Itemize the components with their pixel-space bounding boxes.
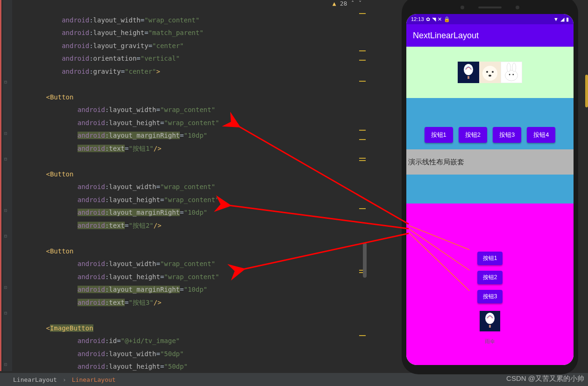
svg-point-4 (492, 71, 494, 73)
button-row: 按钮1 按钮2 按钮3 按钮4 (406, 98, 574, 149)
vbutton-1[interactable]: 按钮1 (477, 252, 503, 265)
prev-highlight-icon[interactable]: ˆ (351, 0, 354, 7)
svg-rect-1 (468, 76, 469, 79)
fold-icon[interactable]: ⊡ (4, 285, 11, 291)
rabbit-image (501, 62, 522, 83)
image-button[interactable] (480, 311, 500, 331)
breadcrumb-bar: LinearLayout › LinearLayout (0, 373, 588, 386)
button-4[interactable]: 按钮4 (527, 127, 555, 143)
error-stripe[interactable] (357, 8, 367, 368)
button-1[interactable]: 按钮1 (425, 127, 453, 143)
wifi-icon: ◥ (432, 16, 436, 22)
fold-icon[interactable]: ⊡ (4, 362, 11, 368)
image-row (406, 47, 574, 98)
fold-icon[interactable]: ⊟ (4, 156, 11, 163)
wifi-icon: ▼ (553, 16, 559, 22)
balloon-image (458, 62, 479, 83)
gear-icon: ✿ (426, 16, 430, 22)
next-highlight-icon[interactable]: ˇ (358, 0, 362, 7)
watermark: CSDN @又苦又累的小帅 (506, 374, 584, 383)
page-scroll-indicator[interactable] (585, 75, 588, 107)
gutter: ⊟ ⊡ ⊟ ⊡ ⊟ ⊡ ⊟ ⊡ (3, 0, 12, 371)
chevron-right-icon: › (63, 376, 66, 383)
battery-icon: ▮ (566, 16, 569, 22)
dog-image (479, 62, 501, 83)
svg-point-9 (509, 74, 510, 75)
image-caption: 雨伞 (485, 338, 495, 345)
code-editor[interactable]: ⊟ ⊡ ⊟ ⊡ ⊟ ⊡ ⊟ ⊡ ▲ 28 ˆ ˇ android:layout_… (0, 0, 367, 371)
code-content[interactable]: android:layout_width="wrap_content" andr… (11, 0, 367, 386)
vbutton-3[interactable]: 按钮3 (477, 290, 503, 303)
vertical-button-column: 按钮1 按钮2 按钮3 雨伞 (406, 204, 574, 365)
svg-point-7 (507, 63, 510, 72)
svg-point-5 (489, 75, 491, 77)
svg-point-8 (512, 63, 516, 72)
status-bar: 12:13 ✿ ◥ ✕ 🔒 ▼ ◢ ▮ (406, 14, 574, 24)
app-title: NextLinearLayout (413, 31, 479, 41)
fold-icon[interactable]: ⊡ (4, 208, 11, 214)
button-2[interactable]: 按钮2 (459, 127, 487, 143)
svg-rect-12 (489, 325, 491, 328)
signal-icon: ◢ (560, 16, 564, 22)
fold-icon[interactable]: ⊟ (4, 310, 11, 317)
app-bar: NextLinearLayout (406, 24, 574, 47)
device-screen: 12:13 ✿ ◥ ✕ 🔒 ▼ ◢ ▮ NextLinearLayout (406, 14, 574, 365)
demo-text: 演示线性布局嵌套 (406, 149, 574, 175)
fold-icon[interactable]: ⊡ (4, 131, 11, 137)
inspection-summary[interactable]: ▲ 28 ˆ ˇ (333, 0, 362, 7)
svg-point-10 (512, 74, 514, 75)
lock-icon: 🔒 (444, 16, 450, 22)
warning-icon: ▲ (333, 0, 336, 7)
warning-count: 28 (340, 0, 347, 7)
status-time: 12:13 (411, 16, 424, 22)
blue-spacer (406, 175, 574, 204)
button-3[interactable]: 按钮3 (493, 127, 521, 143)
signal-icon: ✕ (438, 16, 442, 22)
device-preview: 12:13 ✿ ◥ ✕ 🔒 ▼ ◢ ▮ NextLinearLayout (402, 0, 578, 374)
svg-point-2 (482, 66, 497, 81)
vbutton-2[interactable]: 按钮2 (477, 271, 503, 284)
svg-point-3 (486, 71, 488, 73)
fold-icon[interactable]: ⊟ (4, 79, 11, 86)
breadcrumb-item[interactable]: LinearLayout (72, 376, 116, 383)
breadcrumb-item[interactable]: LinearLayout (13, 376, 57, 383)
scrollbar-thumb[interactable] (363, 243, 367, 278)
svg-point-6 (505, 70, 518, 81)
fold-icon[interactable]: ⊟ (4, 233, 11, 240)
device-notch (406, 1, 574, 14)
